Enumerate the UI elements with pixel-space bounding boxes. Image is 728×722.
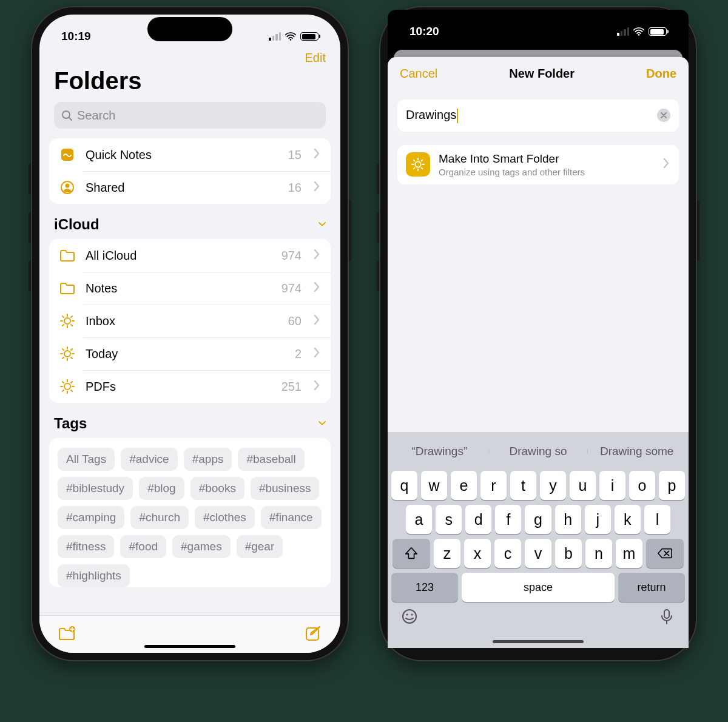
phone-right: 10:20 Cancel New Folder Done Drawings <box>379 6 697 661</box>
battery-icon <box>300 32 318 41</box>
key-s[interactable]: s <box>436 505 462 534</box>
folder-icon <box>59 280 76 296</box>
tag-chip[interactable]: #biblestudy <box>58 477 133 500</box>
tag-chip[interactable]: #camping <box>58 506 124 529</box>
tag-chip[interactable]: #church <box>130 506 189 529</box>
edit-button[interactable]: Edit <box>305 51 326 65</box>
search-field[interactable]: Search <box>54 102 326 129</box>
tag-chip[interactable]: #gear <box>237 535 283 558</box>
tag-chip[interactable]: #clothes <box>195 506 255 529</box>
key-h[interactable]: h <box>555 505 581 534</box>
home-indicator[interactable] <box>144 645 235 648</box>
folder-row-inbox[interactable]: Inbox 60 <box>49 305 331 337</box>
key-x[interactable]: x <box>464 539 491 568</box>
search-placeholder: Search <box>77 109 115 123</box>
tag-chip[interactable]: #highlights <box>58 564 130 587</box>
cellular-icon <box>269 32 281 41</box>
folder-row-all-icloud[interactable]: All iCloud 974 <box>49 239 331 272</box>
section-header-icloud[interactable]: iCloud <box>39 216 340 239</box>
chevron-down-icon <box>318 216 326 233</box>
key-d[interactable]: d <box>465 505 491 534</box>
key-m[interactable]: m <box>616 539 642 568</box>
tag-chip[interactable]: #business <box>251 477 320 500</box>
wifi-icon <box>285 32 297 41</box>
smart-folder-subtitle: Organize using tags and other filters <box>439 167 585 177</box>
make-smart-folder-row[interactable]: Make Into Smart Folder Organize using ta… <box>397 145 679 184</box>
gear-icon <box>59 346 76 362</box>
key-f[interactable]: f <box>495 505 521 534</box>
wifi-icon <box>633 27 645 36</box>
quicknote-icon <box>59 147 76 163</box>
key-q[interactable]: q <box>391 471 417 500</box>
tag-chip[interactable]: #blog <box>139 477 184 500</box>
tag-chip[interactable]: #books <box>190 477 244 500</box>
suggestion-2[interactable]: Drawing so <box>489 445 588 458</box>
folder-row-pdfs[interactable]: PDFs 251 <box>49 370 331 403</box>
dictation-key[interactable] <box>658 608 675 627</box>
text-caret <box>457 109 458 123</box>
key-n[interactable]: n <box>585 539 612 568</box>
suggestion-3[interactable]: Drawing some <box>587 445 686 458</box>
top-folder-group: Quick Notes 15 Shared 16 <box>49 138 331 204</box>
key-p[interactable]: p <box>659 471 685 500</box>
main-scroll[interactable]: Quick Notes 15 Shared 16 iCloud <box>39 138 340 653</box>
tag-chip[interactable]: #apps <box>184 448 232 471</box>
folder-label: All iCloud <box>86 249 272 263</box>
key-i[interactable]: i <box>599 471 625 500</box>
key-c[interactable]: c <box>494 539 521 568</box>
suggestion-1[interactable]: “Drawings” <box>390 445 489 458</box>
key-o[interactable]: o <box>629 471 655 500</box>
folder-row-shared[interactable]: Shared 16 <box>49 171 331 204</box>
folder-count: 974 <box>281 282 302 295</box>
done-button[interactable]: Done <box>646 67 676 81</box>
key-k[interactable]: k <box>615 505 641 534</box>
tag-chip[interactable]: #advice <box>121 448 178 471</box>
tag-chip[interactable]: #baseball <box>238 448 304 471</box>
gear-icon <box>59 313 76 329</box>
key-u[interactable]: u <box>570 471 596 500</box>
folder-count: 251 <box>281 380 302 394</box>
folder-row-today[interactable]: Today 2 <box>49 337 331 370</box>
key-e[interactable]: e <box>451 471 477 500</box>
tag-chip[interactable]: #games <box>172 535 231 558</box>
chevron-right-icon <box>314 315 321 327</box>
folder-row-notes[interactable]: Notes 974 <box>49 272 331 305</box>
return-key[interactable]: return <box>618 573 685 602</box>
tag-chip[interactable]: #finance <box>261 506 322 529</box>
new-folder-button[interactable] <box>58 624 76 645</box>
software-keyboard: “Drawings” Drawing so Drawing some qwert… <box>388 432 689 648</box>
key-v[interactable]: v <box>525 539 551 568</box>
folder-name-input[interactable]: Drawings <box>397 100 679 132</box>
compose-button[interactable] <box>304 624 322 645</box>
status-icons <box>617 27 667 36</box>
key-l[interactable]: l <box>644 505 670 534</box>
space-key[interactable]: space <box>462 573 615 602</box>
numbers-key[interactable]: 123 <box>391 573 458 602</box>
cellular-icon <box>617 27 629 36</box>
home-indicator[interactable] <box>493 640 584 643</box>
cancel-button[interactable]: Cancel <box>400 67 437 81</box>
emoji-key[interactable] <box>401 608 418 627</box>
key-g[interactable]: g <box>525 505 551 534</box>
section-title: Tags <box>54 415 87 432</box>
key-t[interactable]: t <box>510 471 536 500</box>
folder-count: 2 <box>295 347 302 361</box>
shift-key[interactable] <box>393 539 430 568</box>
key-w[interactable]: w <box>421 471 447 500</box>
folder-row-quicknotes[interactable]: Quick Notes 15 <box>49 138 331 171</box>
screen-folders: 10:19 Edit Folders Search Quick Notes <box>39 15 340 653</box>
key-r[interactable]: r <box>480 471 507 500</box>
tag-chip[interactable]: All Tags <box>58 448 115 471</box>
key-y[interactable]: y <box>540 471 566 500</box>
backspace-key[interactable] <box>646 539 684 568</box>
icloud-folder-group: All iCloud 974 Notes 974 Inbox 60 <box>49 239 331 403</box>
key-z[interactable]: z <box>434 539 460 568</box>
tag-chip[interactable]: #food <box>120 535 166 558</box>
tag-chip[interactable]: #fitness <box>58 535 114 558</box>
key-j[interactable]: j <box>585 505 611 534</box>
clear-input-button[interactable] <box>657 109 670 122</box>
folder-label: Quick Notes <box>86 148 278 162</box>
key-a[interactable]: a <box>406 505 432 534</box>
section-header-tags[interactable]: Tags <box>39 415 340 438</box>
key-b[interactable]: b <box>555 539 582 568</box>
